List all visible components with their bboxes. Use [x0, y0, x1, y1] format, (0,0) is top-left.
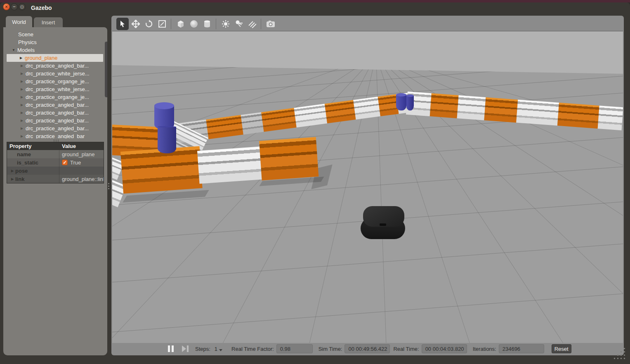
tree-item-model[interactable]: ▶drc_practice_angled_bar — [3, 132, 107, 139]
property-table: Property Value name ground_plane is_stat… — [7, 142, 104, 183]
property-value-link: ground_plane::link — [59, 175, 104, 183]
tree-item-model[interactable]: ▶drc_practice_angled_bar... — [3, 62, 107, 70]
viewport-frame: Steps: 1 Real Time Factor: 0.98 Sim Time… — [111, 16, 624, 355]
robot-notch — [380, 223, 386, 226]
rtf-value-box: 0.98 — [276, 344, 313, 353]
render-viewport[interactable] — [112, 31, 623, 343]
insert-box-button[interactable] — [175, 18, 187, 30]
tree-item-model[interactable]: ▶drc_practice_white_jerse... — [3, 85, 107, 93]
translate-tool-button[interactable] — [130, 18, 142, 30]
tree-item-scene[interactable]: Scene — [3, 31, 107, 38]
pause-button[interactable] — [167, 345, 175, 352]
steps-value[interactable]: 1 — [215, 346, 217, 352]
maximize-icon: ▢ — [19, 4, 25, 10]
insert-cylinder-button[interactable] — [201, 18, 213, 30]
tree-scrollbar[interactable] — [105, 42, 107, 97]
tree-item-model[interactable]: ▶drc_practice_angled_bar... — [3, 101, 107, 109]
chevron-right-icon: ▶ — [20, 111, 24, 115]
is-static-value: True — [70, 160, 81, 166]
viewport-toolbar — [112, 16, 623, 31]
is-static-checkbox[interactable]: ✓ — [62, 160, 68, 165]
tab-insert[interactable]: Insert — [34, 17, 63, 28]
real-time-label: Real Time: — [393, 346, 419, 352]
chevron-right-icon: ▶ — [19, 56, 23, 60]
rotate-tool-button[interactable] — [143, 18, 155, 30]
chevron-down-icon: ▼ — [12, 48, 16, 52]
sun-icon — [222, 20, 230, 28]
close-icon: × — [3, 4, 9, 10]
tree-item-physics[interactable]: Physics — [3, 38, 107, 46]
model-tree: Scene Physics ▼Models ▶ground_plane ▶drc… — [3, 27, 107, 139]
resize-grip[interactable] — [614, 348, 627, 361]
property-row-name: name ground_plane — [7, 150, 104, 158]
tree-item-model[interactable]: ▶drc_practice_white_jerse... — [3, 70, 107, 77]
screenshot-button[interactable] — [264, 18, 277, 30]
scale-icon — [158, 20, 166, 28]
tree-item-model[interactable]: ▶drc_practice_angled_bar... — [3, 117, 107, 124]
toolbar-separator — [216, 19, 216, 29]
chevron-right-icon: ▶ — [9, 169, 15, 173]
chevron-right-icon: ▶ — [20, 80, 24, 83]
cylinder-icon — [203, 19, 212, 28]
jersey-barrier-front-orange[interactable] — [259, 137, 319, 180]
tree-item-model[interactable]: ▶drc_practice_organge_je... — [3, 93, 107, 101]
chevron-right-icon: ▶ — [20, 127, 24, 130]
tree-item-ground-plane[interactable]: ▶ground_plane — [7, 54, 103, 62]
property-value-name: ground_plane — [59, 150, 104, 158]
step-button[interactable] — [182, 345, 189, 352]
property-row-link[interactable]: ▶link ground_plane::link — [7, 175, 104, 183]
tree-item-model[interactable]: ▶drc_practice_angled_bar... — [3, 124, 107, 132]
chevron-right-icon: ▶ — [20, 87, 24, 91]
chevron-right-icon: ▶ — [20, 72, 24, 75]
select-tool-button[interactable] — [116, 18, 129, 30]
insert-sphere-button[interactable] — [188, 18, 200, 30]
jersey-barrier-front-white[interactable] — [197, 146, 262, 183]
property-row-is-static: is_static ✓ True — [7, 158, 104, 167]
tree-item-model[interactable]: ▶drc_practice_angled_bar... — [3, 109, 107, 117]
jersey-barrier-front-orange[interactable] — [120, 146, 203, 194]
real-time-value-box: 00 00:04:03.820 — [422, 344, 467, 353]
box-icon — [176, 19, 185, 28]
property-table-header: Property Value — [7, 142, 104, 150]
chevron-right-icon: ▶ — [20, 103, 24, 107]
maximize-button[interactable]: ▢ — [19, 3, 26, 10]
sim-time-value-box: 00 00:49:56.422 — [344, 344, 390, 353]
move-icon — [132, 20, 140, 28]
minimize-button[interactable]: − — [11, 3, 18, 10]
simulation-statusbar: Steps: 1 Real Time Factor: 0.98 Sim Time… — [112, 343, 623, 355]
application-window: × − ▢ Gazebo World Insert Scene Physics … — [0, 2, 630, 364]
tab-world[interactable]: World — [6, 16, 32, 28]
window-title: Gazebo — [31, 5, 52, 11]
iterations-value-box: 234696 — [499, 344, 544, 353]
iterations-label: Iterations: — [473, 346, 496, 352]
chevron-right-icon: ▶ — [20, 95, 24, 99]
spot-light-button[interactable] — [233, 18, 245, 30]
panel-splitter-handle[interactable] — [108, 183, 110, 192]
camera-icon — [266, 20, 275, 28]
reset-button[interactable]: Reset — [552, 344, 571, 353]
chevron-right-icon: ▶ — [20, 119, 24, 122]
close-button[interactable]: × — [3, 3, 10, 10]
step-icon — [182, 345, 186, 352]
point-light-button[interactable] — [219, 18, 232, 30]
toolbar-separator — [261, 19, 261, 29]
tree-item-model[interactable]: ▶drc_practice_organge_je... — [3, 77, 107, 85]
steps-label: Steps: — [195, 346, 210, 352]
steps-dropdown-caret[interactable] — [219, 349, 222, 351]
chevron-right-icon: ▶ — [20, 64, 24, 68]
scale-tool-button[interactable] — [156, 18, 168, 30]
world-panel: Scene Physics ▼Models ▶ground_plane ▶drc… — [3, 27, 107, 355]
sphere-icon — [189, 19, 198, 28]
cursor-icon — [119, 20, 126, 28]
directional-light-button[interactable] — [246, 18, 258, 30]
property-column-header: Property — [7, 142, 59, 150]
minimize-icon: − — [11, 4, 17, 10]
chevron-right-icon: ▶ — [20, 134, 24, 138]
property-row-pose[interactable]: ▶pose — [7, 167, 104, 175]
toolbar-separator — [171, 19, 171, 29]
tree-item-models[interactable]: ▼Models — [3, 46, 107, 54]
rtf-label: Real Time Factor: — [231, 346, 274, 352]
titlebar[interactable]: × − ▢ Gazebo — [0, 2, 630, 14]
gazebo-window: × − ▢ Gazebo World Insert Scene Physics … — [0, 0, 630, 364]
sim-time-label: Sim Time: — [319, 346, 342, 352]
